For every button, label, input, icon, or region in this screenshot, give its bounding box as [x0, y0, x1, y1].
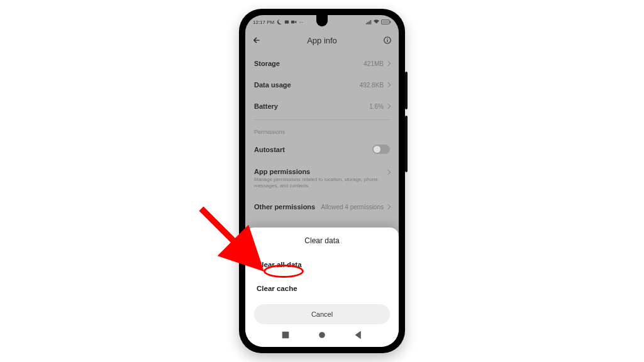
- row-value: Allowed 4 permissions: [321, 204, 384, 211]
- phone-frame: 12:17 PM ···: [239, 9, 405, 353]
- chevron-right-icon: [386, 104, 391, 109]
- autostart-toggle[interactable]: [372, 145, 390, 154]
- chevron-right-icon: [386, 82, 391, 87]
- nav-recent-icon[interactable]: [282, 330, 289, 341]
- svg-rect-3: [390, 21, 391, 23]
- svg-rect-8: [283, 332, 289, 338]
- app-bar: App info: [245, 29, 399, 52]
- moon-icon: [276, 19, 282, 25]
- svg-rect-7: [387, 38, 387, 39]
- row-label: Data usage: [254, 81, 291, 89]
- status-time: 12:17 PM: [253, 19, 274, 25]
- battery-icon: [381, 19, 391, 25]
- wifi-icon: [374, 19, 379, 25]
- row-label: Storage: [254, 60, 280, 67]
- section-label-permissions: Permissions: [245, 123, 399, 138]
- status-more-icon: ···: [299, 19, 303, 25]
- nav-back-icon[interactable]: [355, 330, 362, 341]
- row-battery[interactable]: Battery 1.6%: [245, 96, 399, 117]
- row-sublabel: Manage permissions related to location, …: [254, 177, 381, 189]
- signal-icon: [366, 19, 372, 25]
- sheet-title: Clear data: [253, 236, 391, 253]
- svg-rect-0: [285, 21, 289, 24]
- row-value: 421MB: [364, 60, 384, 67]
- row-value: 1.6%: [369, 103, 384, 110]
- row-label: Battery: [254, 102, 278, 110]
- video-icon: [291, 19, 297, 25]
- sheet-item-clear-all-data[interactable]: Clear all data: [253, 253, 391, 277]
- back-button[interactable]: [252, 35, 262, 45]
- svg-rect-4: [382, 21, 389, 24]
- chevron-right-icon: [386, 204, 391, 209]
- row-value: 492.8KB: [360, 82, 384, 89]
- cancel-button[interactable]: Cancel: [254, 304, 390, 324]
- phone-side-button: [405, 116, 408, 172]
- row-app-permissions[interactable]: App permissions Manage permissions relat…: [245, 161, 399, 196]
- info-button[interactable]: [382, 35, 392, 45]
- row-data-usage[interactable]: Data usage 492.8KB: [245, 74, 399, 96]
- row-autostart[interactable]: Autostart: [245, 138, 399, 161]
- chevron-right-icon: [386, 61, 391, 66]
- phone-screen: 12:17 PM ···: [245, 15, 399, 347]
- nav-home-icon[interactable]: [318, 330, 326, 341]
- row-label: Autostart: [254, 146, 285, 153]
- settings-list: Storage 421MB Data usage 492.8KB Battery…: [245, 52, 399, 219]
- row-label: App permissions: [254, 168, 381, 175]
- svg-point-9: [319, 332, 325, 337]
- svg-rect-1: [291, 21, 294, 24]
- svg-rect-6: [387, 40, 387, 42]
- system-nav-bar: [253, 327, 391, 343]
- notification-icon: [284, 19, 289, 25]
- divider: [254, 119, 390, 120]
- bottom-sheet-clear-data: Clear data Clear all data Clear cache Ca…: [245, 228, 399, 347]
- row-label: Other permissions: [254, 203, 315, 211]
- phone-side-button: [405, 72, 408, 109]
- row-storage[interactable]: Storage 421MB: [245, 53, 399, 74]
- sheet-item-clear-cache[interactable]: Clear cache: [253, 277, 391, 300]
- chevron-right-icon: [386, 170, 391, 175]
- phone-notch: [316, 15, 328, 26]
- page-title: App info: [307, 36, 337, 45]
- row-other-permissions[interactable]: Other permissions Allowed 4 permissions: [245, 196, 399, 217]
